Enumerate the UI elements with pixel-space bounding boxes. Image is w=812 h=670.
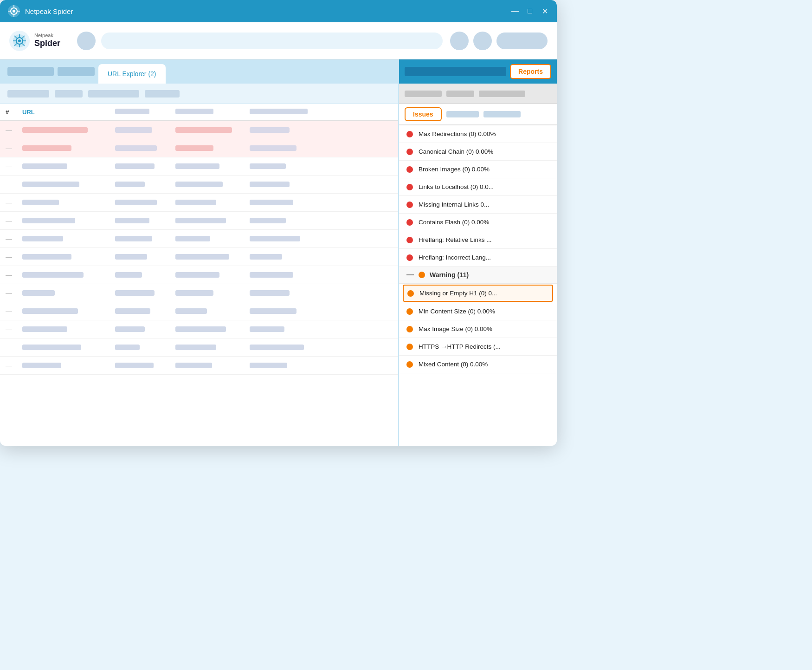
list-item[interactable]: Mixed Content (0) 0.00% xyxy=(399,356,557,373)
td-col4-1 xyxy=(170,127,244,133)
table-row[interactable]: — xyxy=(0,284,398,302)
right-tab-bar: Reports xyxy=(399,59,557,84)
issue-text: Canonical Chain (0) 0.00% xyxy=(419,148,493,155)
td-col5-2 xyxy=(244,145,328,151)
issues-tab-placeholder-1 xyxy=(446,111,479,117)
warning-text-3: Max Image Size (0) 0.00% xyxy=(419,325,492,332)
td-col5-1 xyxy=(244,127,328,133)
list-item[interactable]: Broken Images (0) 0.00% xyxy=(399,161,557,178)
toolbar-item-1 xyxy=(7,90,49,98)
svg-point-2 xyxy=(13,10,15,13)
issues-tab-placeholder-2 xyxy=(483,111,521,117)
error-dot xyxy=(406,166,413,173)
issue-text: Max Redirections (0) 0.00% xyxy=(419,130,496,137)
warning-section-dot xyxy=(419,272,425,278)
right-panel: Reports Issues Max Redirections (0) 0.00… xyxy=(399,59,557,446)
issues-tab[interactable]: Issues xyxy=(405,107,442,121)
right-toolbar-item-3 xyxy=(479,91,525,97)
warning-text-1: Missing or Empty H1 (0) 0... xyxy=(419,290,497,297)
list-item[interactable]: Hreflang: Relative Links ... xyxy=(399,231,557,249)
url-explorer-tab[interactable]: URL Explorer (2) xyxy=(98,64,166,84)
title-bar-left: Netpeak Spider xyxy=(7,5,73,18)
table-row[interactable]: — xyxy=(0,338,398,357)
reports-tab[interactable]: Reports xyxy=(510,64,551,79)
list-item[interactable]: Missing Internal Links 0... xyxy=(399,196,557,214)
minimize-button[interactable]: — xyxy=(510,7,520,16)
table-row[interactable]: — xyxy=(0,230,398,248)
header-input-area xyxy=(77,32,443,50)
table-header: # URL xyxy=(0,104,398,121)
warning-dot xyxy=(406,344,413,350)
warning-dot xyxy=(406,326,413,332)
table-row[interactable]: — xyxy=(0,248,398,266)
url-bar[interactable] xyxy=(101,33,443,49)
issues-list: Max Redirections (0) 0.00% Canonical Cha… xyxy=(399,125,557,446)
list-item-highlighted[interactable]: Missing or Empty H1 (0) 0... xyxy=(403,285,553,302)
th-col4 xyxy=(170,109,244,116)
spider-logo-svg xyxy=(12,33,27,48)
table-row[interactable]: — xyxy=(0,357,398,375)
list-item[interactable]: Hreflang: Incorrect Lang... xyxy=(399,249,557,267)
right-toolbar-item-1 xyxy=(405,91,442,97)
error-dot xyxy=(406,149,413,155)
close-button[interactable]: ✕ xyxy=(540,7,549,16)
tab-placeholder-1 xyxy=(7,67,54,76)
table-row[interactable]: — xyxy=(0,121,398,139)
warning-dot xyxy=(407,290,414,297)
app-logo-icon xyxy=(7,5,20,18)
warning-text-5: Mixed Content (0) 0.00% xyxy=(419,361,488,368)
th-hash: # xyxy=(0,109,17,116)
table-row[interactable]: — xyxy=(0,212,398,230)
window-controls: — □ ✕ xyxy=(510,7,549,16)
logo-text: Netpeak Spider xyxy=(34,33,60,49)
table-area: # URL — — xyxy=(0,104,398,446)
tab-bar: URL Explorer (2) xyxy=(0,59,398,84)
list-item[interactable]: Min Content Size (0) 0.00% xyxy=(399,303,557,320)
header-avatar2 xyxy=(450,32,469,50)
table-row[interactable]: — xyxy=(0,139,398,157)
table-row[interactable]: — xyxy=(0,320,398,338)
svg-point-9 xyxy=(18,39,21,42)
error-dot xyxy=(406,254,413,261)
table-row[interactable]: — xyxy=(0,266,398,284)
logo-icon xyxy=(9,31,30,51)
list-item[interactable]: Max Image Size (0) 0.00% xyxy=(399,320,557,338)
table-row[interactable]: — xyxy=(0,157,398,176)
warning-text-4: HTTPS →HTTP Redirects (... xyxy=(419,343,501,350)
issue-text: Hreflang: Incorrect Lang... xyxy=(419,254,491,261)
td-dash-1: — xyxy=(0,126,17,134)
right-toolbar-item-2 xyxy=(446,91,474,97)
list-item[interactable]: Max Redirections (0) 0.00% xyxy=(399,125,557,143)
td-dash-2: — xyxy=(0,144,17,152)
td-url-1 xyxy=(17,127,110,133)
list-item[interactable]: Links to Localhost (0) 0.0... xyxy=(399,178,557,196)
list-item[interactable]: Contains Flash (0) 0.00% xyxy=(399,214,557,231)
tab-placeholder-2 xyxy=(58,67,95,76)
error-dot xyxy=(406,131,413,137)
logo-small: Netpeak xyxy=(34,33,60,39)
table-row[interactable]: — xyxy=(0,302,398,320)
td-col4-2 xyxy=(170,145,244,151)
warning-label: Warning xyxy=(430,271,455,279)
section-dash xyxy=(406,274,414,275)
left-panel: URL Explorer (2) # URL — xyxy=(0,59,399,446)
list-item[interactable]: HTTPS →HTTP Redirects (... xyxy=(399,338,557,356)
issue-text: Links to Localhost (0) 0.0... xyxy=(419,183,494,190)
main-content: URL Explorer (2) # URL — xyxy=(0,59,557,446)
header-avatar xyxy=(77,32,96,50)
th-col3 xyxy=(110,109,170,116)
warning-text-2: Min Content Size (0) 0.00% xyxy=(419,308,495,315)
right-tab-placeholder xyxy=(405,67,506,76)
list-item[interactable]: Canonical Chain (0) 0.00% xyxy=(399,143,557,161)
td-col3-2 xyxy=(110,145,170,151)
table-row[interactable]: — xyxy=(0,194,398,212)
table-row[interactable]: — xyxy=(0,176,398,194)
maximize-button[interactable]: □ xyxy=(525,7,535,16)
header-action-button[interactable] xyxy=(496,33,548,49)
error-dot xyxy=(406,202,413,208)
error-dot xyxy=(406,184,413,190)
td-url-2 xyxy=(17,145,110,151)
th-url: URL xyxy=(17,109,110,116)
toolbar xyxy=(0,84,398,104)
issue-text: Contains Flash (0) 0.00% xyxy=(419,219,489,226)
